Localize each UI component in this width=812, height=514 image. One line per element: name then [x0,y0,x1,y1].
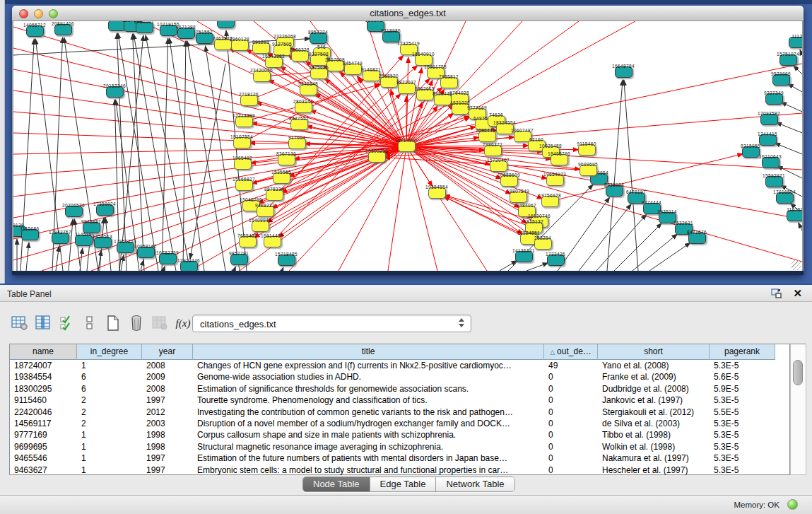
graph-node[interactable]: 23420046 [253,71,271,82]
graph-node[interactable]: 9242848 [300,84,317,95]
graph-node[interactable]: 8857224 [310,33,327,44]
graph-edge[interactable] [80,248,83,271]
graph-node[interactable]: 10719155 [160,25,177,36]
graph-node[interactable]: 18724007 [398,141,416,152]
graph-node[interactable]: 9671388 [177,28,195,39]
graph-node[interactable]: 8215955 [742,146,760,158]
graph-node[interactable]: 12942757 [52,233,69,244]
graph-edge[interactable] [121,255,124,271]
delete-column-icon[interactable] [126,313,147,333]
graph-edge[interactable] [56,246,59,271]
graph-node[interactable]: 1244415 [759,134,777,146]
graph-edge[interactable] [141,260,143,271]
table-vertical-scrollbar[interactable] [790,344,806,475]
table-row[interactable]: 2242004622012Investigating the contribut… [10,407,789,418]
graph-node[interactable]: 20891406 [54,24,72,35]
graph-node[interactable]: 2867608 [326,60,344,71]
graph-edge[interactable] [170,38,204,271]
window-titlebar[interactable]: citations_edges.txt [12,6,804,21]
graph-node[interactable]: 116753 [787,210,803,221]
graph-edge[interactable] [776,122,802,133]
graph-node[interactable]: 6466161 [136,22,153,33]
graph-node[interactable]: 9498222 [257,206,274,217]
table-row[interactable]: 1456911722003Disruption of a novel membe… [10,418,789,429]
graph-node[interactable]: 17359924 [96,204,114,216]
graph-node[interactable]: 1112 [789,37,803,48]
row-selector-icon[interactable] [79,313,100,333]
import-table-icon[interactable] [149,313,170,333]
graph-node[interactable]: 9857791 [230,254,248,265]
memory-ok-led-icon[interactable] [787,499,798,510]
graph-node[interactable]: 18300295 [368,151,386,163]
graph-node[interactable]: 9227349 [765,93,783,105]
scrollbar-thumb[interactable] [793,360,803,385]
graph-node[interactable]: 1350513 [94,237,112,248]
graph-node[interactable]: 8186328 [291,50,309,62]
graph-node[interactable]: 16210643 [762,157,779,168]
graph-node[interactable]: 20153346 [106,86,124,98]
tab-edge-table[interactable]: Edge Table [370,477,437,491]
graph-node[interactable]: 2803144 [295,102,312,113]
column-header-year[interactable]: year [142,344,193,360]
graph-edge[interactable] [13,146,406,197]
graph-node[interactable]: 17957253 [117,242,134,253]
graph-node[interactable]: 18495796 [551,154,568,165]
graph-node[interactable]: 1965492 [234,158,252,170]
close-panel-icon[interactable]: ✕ [793,287,802,300]
graph-node[interactable]: 19654923 [546,175,564,186]
graph-node[interactable]: 16543382 [265,57,283,68]
graph-edge[interactable] [190,64,225,259]
table-row[interactable]: 1872400712008Changes of HCN gene express… [10,360,789,371]
column-visibility-icon[interactable] [33,313,54,333]
graph-edge[interactable] [526,263,548,271]
graph-node[interactable]: 15718485 [278,255,295,266]
graph-node[interactable]: 1535555 [273,173,290,184]
graph-edge[interactable] [163,266,165,271]
graph-node[interactable]: 9115460 [578,144,596,156]
graph-node[interactable]: 751552 [196,33,213,44]
graph-node[interactable]: 16914479 [264,236,281,247]
graph-node[interactable]: 14055712 [26,25,44,37]
graph-node[interactable]: 19756928 [541,196,559,207]
graph-node[interactable]: 17016504 [776,192,794,204]
graph-node[interactable]: 8878334 [266,189,283,201]
graph-node[interactable]: 14136141 [515,251,533,262]
graph-node[interactable]: 10653287 [108,21,126,31]
graph-node[interactable]: 18807249 [510,192,527,203]
graph-edge[interactable] [799,223,802,230]
graph-edge[interactable] [558,197,610,271]
graph-node[interactable]: 8427552 [290,119,308,130]
graph-edge[interactable] [406,146,802,262]
graph-node[interactable]: 16782759 [159,253,177,264]
graph-node[interactable]: 917004 [288,138,306,149]
graph-node[interactable]: 19384554 [428,187,446,199]
table-row[interactable]: 1830029562008Estimation of significance … [10,383,789,395]
graph-node[interactable]: 9529966 [772,74,790,86]
graph-node[interactable]: 15751074 [779,54,797,66]
column-header-in_degree[interactable]: in_degree [77,344,142,360]
graph-node[interactable]: 8471676 [688,233,706,244]
graph-node[interactable]: 15166827 [235,180,253,191]
graph-edge[interactable] [234,267,236,271]
graph-node[interactable]: 18107554 [233,137,251,148]
table-row[interactable]: 969969511998Structural magnetic resonanc… [10,441,789,452]
graph-edge[interactable] [69,219,73,271]
graph-node[interactable]: 7625402 [239,236,257,247]
graph-edge[interactable] [632,234,677,271]
graph-node[interactable]: 1621022 [452,103,469,115]
column-header-short[interactable]: short [598,344,710,360]
graph-node[interactable]: 114519 [75,235,93,246]
graph-node[interactable]: 8267130 [278,154,295,165]
graph-node[interactable]: 8938924 [606,185,623,197]
graph-node[interactable]: 8990448 [434,94,452,105]
graph-node[interactable]: 16053809 [217,21,235,28]
graph-node[interactable]: 16648784 [615,66,632,78]
graph-node[interactable]: 8454749 [344,64,362,75]
graph-edge[interactable] [550,154,743,201]
graph-edge[interactable] [406,146,529,146]
graph-edge[interactable] [183,41,186,271]
graph-edge[interactable] [649,243,690,271]
graph-node[interactable]: 10958167 [137,247,155,258]
graph-node[interactable]: 15592971 [765,176,783,187]
tab-network-table[interactable]: Network Table [436,477,514,491]
